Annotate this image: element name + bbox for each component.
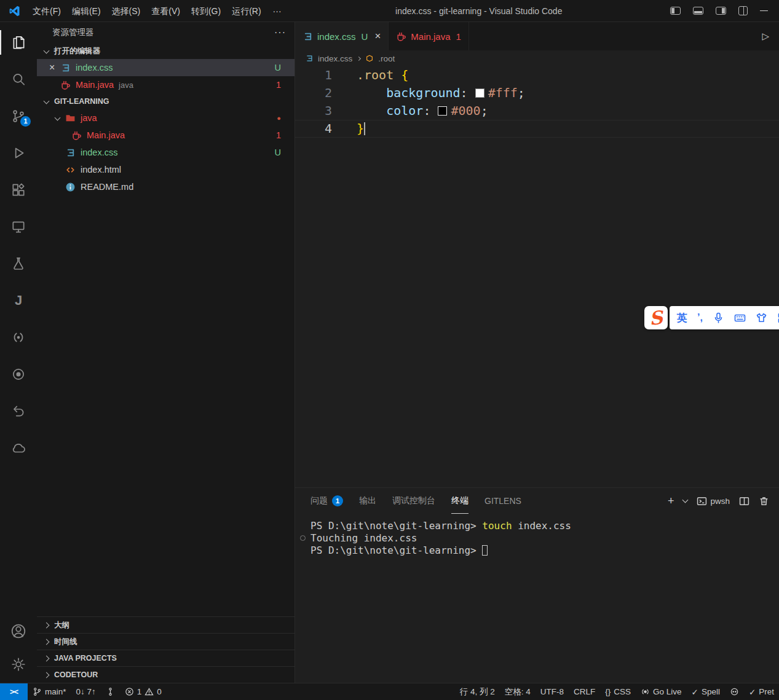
sync-indicator[interactable]: 0↓ 7↑ <box>71 683 101 700</box>
gradle-icon[interactable] <box>0 322 37 353</box>
section-timeline[interactable]: 时间线 <box>37 633 295 650</box>
color-swatch-white[interactable] <box>475 88 484 98</box>
tab-terminal[interactable]: 终端 <box>451 488 469 514</box>
menu-view[interactable]: 查看(V) <box>146 3 186 19</box>
menu-selection[interactable]: 选择(S) <box>106 3 146 19</box>
close-icon[interactable]: × <box>374 30 381 42</box>
run-debug-icon[interactable] <box>0 138 37 168</box>
menu-overflow-icon[interactable]: ··· <box>267 6 288 16</box>
tree-file-index-html[interactable]: index.html <box>37 161 295 178</box>
copilot-icon[interactable] <box>725 683 744 700</box>
chevron-right-icon <box>357 56 361 60</box>
toggle-secondary-sidebar-icon[interactable] <box>716 7 726 15</box>
toggle-sidebar-icon[interactable] <box>670 7 681 15</box>
project-section-git-learning[interactable]: GIT-LEARNING <box>37 93 295 109</box>
tab-label: index.css <box>317 31 356 42</box>
spell-checker[interactable]: ✓ Spell <box>687 683 725 700</box>
file-path-detail: java <box>119 81 133 90</box>
branch-indicator[interactable]: main* <box>28 683 71 700</box>
target-icon[interactable] <box>0 359 37 390</box>
eol-sequence[interactable]: CRLF <box>569 683 600 700</box>
menu-edit[interactable]: 编辑(E) <box>66 3 106 19</box>
tab-gitlens[interactable]: GITLENS <box>484 488 521 514</box>
search-icon[interactable] <box>0 64 37 95</box>
problems-count-badge: 1 <box>332 495 343 506</box>
remote-explorer-icon[interactable] <box>0 211 37 242</box>
commit-graph-icon[interactable] <box>101 683 120 700</box>
menu-run[interactable]: 运行(R) <box>226 3 266 19</box>
problems-indicator[interactable]: 1 0 <box>120 683 167 700</box>
minimize-icon[interactable] <box>760 10 768 12</box>
go-live-button[interactable]: Go Live <box>636 683 687 700</box>
window-title: index.css - git-learning - Visual Studio… <box>288 6 670 16</box>
open-editors-section[interactable]: 打开的编辑器 <box>37 43 295 59</box>
bottom-panel: 问题 1 输出 调试控制台 终端 GITLENS + pwsh <box>295 487 779 683</box>
tab-main-java[interactable]: Main.java 1 <box>389 22 469 50</box>
terminal-dropdown-icon[interactable] <box>682 497 689 503</box>
close-icon[interactable]: × <box>49 62 60 73</box>
cursor-position[interactable]: 行 4, 列 2 <box>455 683 500 700</box>
tab-problems[interactable]: 问题 1 <box>310 488 343 514</box>
encoding[interactable]: UTF-8 <box>536 683 569 700</box>
source-control-icon[interactable]: 1 <box>0 101 37 132</box>
remote-indicator[interactable]: >< <box>0 683 28 700</box>
breadcrumb-symbol[interactable]: .root <box>378 54 395 63</box>
java-file-icon <box>60 80 71 90</box>
account-icon[interactable] <box>0 616 37 646</box>
run-file-icon[interactable]: ▷ <box>762 31 769 42</box>
section-codetour[interactable]: CODETOUR <box>37 666 295 683</box>
history-arrow-icon[interactable] <box>0 396 37 427</box>
kill-terminal-icon[interactable] <box>759 496 769 506</box>
command-decoration-icon[interactable] <box>300 535 306 541</box>
ime-language-mode[interactable]: 英 <box>677 311 687 325</box>
prettier-status[interactable]: ✓ Pret <box>744 683 779 700</box>
java-file-icon <box>71 130 82 141</box>
extensions-icon[interactable] <box>0 175 37 205</box>
new-terminal-icon[interactable]: + <box>668 495 674 508</box>
microphone-icon[interactable] <box>713 312 724 324</box>
title-bar: 文件(F) 编辑(E) 选择(S) 查看(V) 转到(G) 运行(R) ··· … <box>0 0 779 22</box>
terminal-line: PS D:\git\note\git-learning> <box>310 545 779 557</box>
open-editor-index-css[interactable]: × index.css U <box>37 59 295 76</box>
ime-punctuation-icon[interactable]: ’, <box>697 312 703 323</box>
cloud-icon[interactable] <box>0 433 37 463</box>
terminal-output[interactable]: PS D:\git\note\git-learning> touch index… <box>295 514 779 683</box>
split-terminal-icon[interactable] <box>739 496 749 506</box>
menu-goto[interactable]: 转到(G) <box>186 3 226 19</box>
customize-layout-icon[interactable] <box>738 6 748 15</box>
tree-file-readme-md[interactable]: README.md <box>37 178 295 195</box>
tree-file-main-java[interactable]: Main.java 1 <box>37 127 295 144</box>
tab-index-css[interactable]: index.css U × <box>295 22 389 50</box>
java-file-icon <box>396 31 406 42</box>
git-status-badge: U <box>275 147 281 157</box>
testing-icon[interactable] <box>0 248 37 279</box>
file-name: Main.java <box>76 80 114 90</box>
keyboard-icon[interactable] <box>734 312 746 324</box>
tab-debug-console[interactable]: 调试控制台 <box>392 488 435 514</box>
language-mode[interactable]: {} CSS <box>600 683 636 700</box>
skin-shirt-icon[interactable] <box>756 312 767 324</box>
toggle-panel-icon[interactable] <box>693 7 703 15</box>
code-editor[interactable]: 1 .root { 2 background: #fff; 3 color: #… <box>295 66 779 487</box>
sidebar-more-icon[interactable]: ··· <box>274 27 286 38</box>
tab-output[interactable]: 输出 <box>359 488 376 514</box>
indentation[interactable]: 空格: 4 <box>500 683 536 700</box>
tree-file-index-css[interactable]: index.css U <box>37 144 295 161</box>
tree-folder-java[interactable]: java ● <box>37 109 295 127</box>
menu-file[interactable]: 文件(F) <box>27 3 66 19</box>
sogou-logo-icon[interactable]: S <box>644 306 668 329</box>
section-outline[interactable]: 大纲 <box>37 616 295 633</box>
vscode-logo-icon <box>9 5 21 17</box>
section-java-projects[interactable]: JAVA PROJECTS <box>37 650 295 666</box>
color-swatch-black[interactable] <box>438 106 447 116</box>
java-extension-icon[interactable]: J <box>0 285 37 316</box>
status-bar: >< main* 0↓ 7↑ 1 0 行 4, 列 2 空格: 4 UTF-8 … <box>0 683 779 700</box>
explorer-icon[interactable] <box>0 27 37 58</box>
settings-gear-icon[interactable] <box>0 650 37 679</box>
chevron-down-icon <box>44 47 50 53</box>
vscode-window: 文件(F) 编辑(E) 选择(S) 查看(V) 转到(G) 运行(R) ··· … <box>0 0 779 700</box>
shell-selector[interactable]: pwsh <box>697 496 730 506</box>
open-editor-main-java[interactable]: Main.java java 1 <box>37 76 295 93</box>
folder-java-icon <box>65 113 76 124</box>
breadcrumb-file[interactable]: index.css <box>318 54 352 63</box>
